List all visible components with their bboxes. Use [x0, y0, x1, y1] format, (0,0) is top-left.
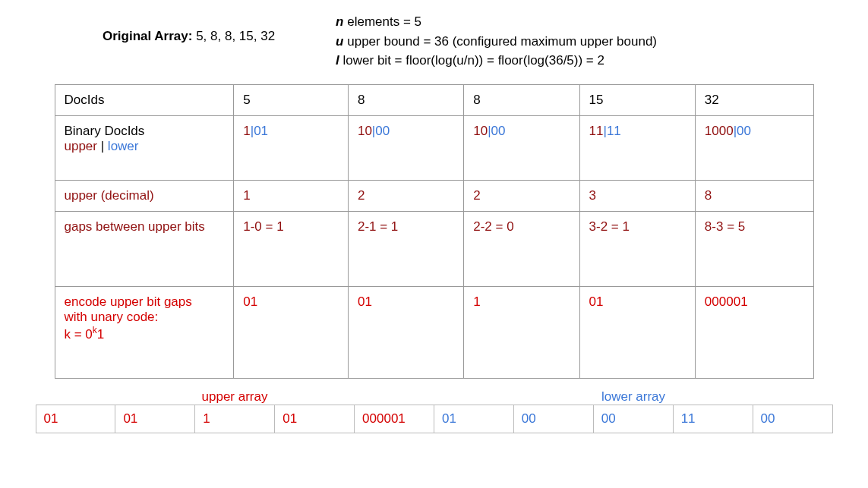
docids-val: 15 — [579, 84, 695, 115]
arrays-table: 01 01 1 01 000001 01 00 00 11 00 — [36, 405, 833, 433]
row-gaps: gaps between upper bits 1-0 = 1 2-1 = 1 … — [55, 211, 813, 286]
lower-array-cell: 00 — [753, 405, 832, 433]
upper-dec-val: 2 — [464, 180, 579, 211]
encode-val: 01 — [348, 286, 463, 378]
binary-val: 10|00 — [348, 115, 463, 180]
upper-dec-val: 1 — [234, 180, 349, 211]
docids-val: 32 — [695, 84, 813, 115]
upper-dec-label: upper (decimal) — [55, 180, 234, 211]
parameters: n elements = 5 u upper bound = 36 (confi… — [336, 12, 657, 71]
row-binary: Binary DocIds upper | lower 1|01 10|00 1… — [55, 115, 813, 180]
binary-val: 1000|00 — [695, 115, 813, 180]
docids-val: 5 — [234, 84, 349, 115]
arrays-header: upper array lower array — [36, 389, 833, 405]
encode-val: 01 — [579, 286, 695, 378]
gaps-val: 3-2 = 1 — [579, 211, 695, 286]
encode-val: 1 — [464, 286, 579, 378]
upper-array-label: upper array — [36, 389, 434, 405]
encode-val: 000001 — [695, 286, 813, 378]
upper-dec-val: 2 — [348, 180, 463, 211]
header: Original Array: 5, 8, 8, 15, 32 n elemen… — [30, 12, 838, 71]
encoding-table: DocIds 5 8 8 15 32 Binary DocIds upper |… — [55, 84, 814, 379]
lower-array-cell: 00 — [593, 405, 673, 433]
gaps-val: 2-2 = 0 — [464, 211, 579, 286]
param-l: l lower bit = floor(log(u/n)) = floor(lo… — [336, 51, 657, 71]
gaps-val: 1-0 = 1 — [234, 211, 349, 286]
row-upper-decimal: upper (decimal) 1 2 2 3 8 — [55, 180, 813, 211]
lower-array-cell: 01 — [434, 405, 513, 433]
param-n: n elements = 5 — [336, 12, 657, 32]
encode-label: encode upper bit gaps with unary code: k… — [55, 286, 234, 378]
lower-array-cell: 11 — [673, 405, 753, 433]
upper-array-cell: 01 — [115, 405, 195, 433]
gaps-label: gaps between upper bits — [55, 211, 234, 286]
lower-array-label: lower array — [434, 389, 833, 405]
gaps-val: 2-1 = 1 — [348, 211, 463, 286]
binary-val: 11|11 — [579, 115, 695, 180]
gaps-val: 8-3 = 5 — [695, 211, 813, 286]
upper-array-cell: 01 — [36, 405, 115, 433]
upper-array-cell: 01 — [275, 405, 355, 433]
upper-array-cell: 1 — [195, 405, 275, 433]
binary-label: Binary DocIds upper | lower — [55, 115, 234, 180]
binary-val: 10|00 — [464, 115, 579, 180]
docids-val: 8 — [464, 84, 579, 115]
upper-dec-val: 3 — [579, 180, 695, 211]
original-array-values: 5, 8, 8, 15, 32 — [196, 29, 275, 43]
row-encode: encode upper bit gaps with unary code: k… — [55, 286, 813, 378]
binary-val: 1|01 — [234, 115, 349, 180]
param-u: u upper bound = 36 (configured maximum u… — [336, 32, 657, 52]
original-array-label: Original Array: — [103, 29, 192, 43]
docids-val: 8 — [348, 84, 463, 115]
upper-dec-val: 8 — [695, 180, 813, 211]
encode-val: 01 — [234, 286, 349, 378]
upper-array-cell: 000001 — [355, 405, 434, 433]
docids-label: DocIds — [55, 84, 234, 115]
original-array: Original Array: 5, 8, 8, 15, 32 — [103, 29, 275, 44]
row-docids: DocIds 5 8 8 15 32 — [55, 84, 813, 115]
lower-array-cell: 00 — [513, 405, 593, 433]
result-arrays: upper array lower array 01 01 1 01 00000… — [36, 389, 833, 433]
